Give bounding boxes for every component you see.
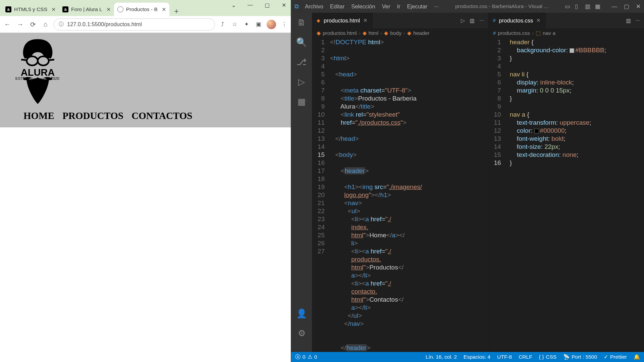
html-file-icon: ◆	[317, 18, 320, 23]
favicon-alura-icon: a	[5, 6, 11, 12]
address-bar[interactable]: ⓘ 127.0.0.1:5500/productos.html	[54, 18, 215, 31]
editor-tab-productos-css[interactable]: # productos.css ✕	[488, 13, 546, 28]
editor-tabs-right: # productos.css ✕ ▥ ···	[488, 13, 644, 28]
menu-ver[interactable]: Ver	[382, 3, 390, 10]
status-encoding[interactable]: UTF-8	[497, 354, 512, 360]
browser-tab-0[interactable]: a HTML5 y CSS ✕	[2, 3, 59, 16]
minimap[interactable]	[469, 38, 488, 352]
minimap[interactable]	[625, 38, 644, 352]
browser-tab-2[interactable]: Productos - B ✕	[114, 3, 169, 16]
tab-title: Productos - B	[126, 6, 158, 12]
settings-gear-icon[interactable]: ⚙	[298, 328, 306, 339]
selector-icon: ⬚	[536, 30, 541, 36]
breadcrumb-left[interactable]: ◆ productos.html ›◆ html ›◆ body ›◆ head…	[312, 28, 488, 38]
html-file-icon: ◆	[317, 30, 321, 36]
extensions-icon[interactable]: ✦	[243, 20, 251, 28]
breadcrumb-right[interactable]: # productos.css ›⬚ nav a	[488, 28, 644, 38]
activity-bar: 🗎 🔍 ⎇ ▷ ▦ 👤 ⚙	[291, 13, 312, 352]
split-editor-icon[interactable]: ▥	[626, 17, 631, 24]
status-notifications-icon[interactable]: 🔔	[634, 354, 640, 360]
tab-close-icon[interactable]: ✕	[536, 17, 541, 23]
run-icon[interactable]: ▷	[461, 17, 465, 24]
close-button[interactable]: ✕	[636, 3, 641, 10]
extensions-icon[interactable]: ▦	[298, 97, 306, 107]
tab-label: productos.html	[324, 17, 360, 24]
browser-window: a HTML5 y CSS ✕ a Foro | Alura L ✕ Produ…	[0, 0, 291, 362]
site-info-icon[interactable]: ⓘ	[59, 21, 64, 27]
editor-tab-productos-html[interactable]: ◆ productos.html ✕	[312, 13, 373, 28]
sidepanel-icon[interactable]: ▣	[255, 20, 263, 28]
source-control-icon[interactable]: ⎇	[297, 57, 307, 67]
maximize-button[interactable]: ▢	[262, 2, 272, 8]
status-errors[interactable]: ⓧ 0 ⚠ 0	[295, 354, 317, 361]
search-icon[interactable]: 🔍	[296, 37, 307, 48]
breadcrumb-item: header	[413, 30, 429, 36]
menu-dots-icon[interactable]: ⋮	[280, 20, 288, 28]
code-editor-css[interactable]: 12345678910111213141516 header { backgro…	[488, 38, 644, 352]
more-actions-icon[interactable]: ···	[479, 17, 484, 23]
home-button[interactable]: ⌂	[41, 20, 50, 29]
line-gutter: 1234567891011121314151617181920212223242…	[312, 38, 330, 352]
status-liveserver[interactable]: 📡 Port : 5500	[563, 354, 597, 360]
menu-archivo[interactable]: Archivo	[305, 3, 323, 10]
breadcrumb-file: productos.html	[323, 30, 357, 36]
tab-close-icon[interactable]: ✕	[162, 6, 166, 13]
new-tab-button[interactable]: ＋	[169, 6, 183, 16]
nav-contactos-link[interactable]: CONTACTOS	[131, 110, 192, 121]
menu-ejecutar[interactable]: Ejecutar	[407, 3, 428, 10]
page-header: ALURA ESTD 2020 HOME PRODUCTOS CONTACTOS	[0, 33, 291, 127]
tab-close-icon[interactable]: ✕	[106, 6, 111, 13]
accounts-icon[interactable]: 👤	[296, 308, 307, 319]
nav-home-link[interactable]: HOME	[23, 110, 54, 121]
split-editor-icon[interactable]: ▥	[470, 17, 475, 24]
browser-tab-1[interactable]: a Foro | Alura L ✕	[59, 3, 114, 16]
code-editor-html[interactable]: 1234567891011121314151617181920212223242…	[312, 38, 488, 352]
layout-icon[interactable]: ▯	[575, 3, 582, 10]
status-spaces[interactable]: Espacios: 4	[464, 354, 490, 360]
back-button[interactable]: ←	[3, 20, 12, 29]
run-debug-icon[interactable]: ▷	[298, 77, 305, 87]
svg-text:ALURA: ALURA	[21, 67, 55, 78]
menu-editar[interactable]: Editar	[330, 3, 344, 10]
profile-avatar[interactable]	[267, 20, 276, 29]
editor-pane-html: ◆ productos.html ✕ ▷ ▥ ··· ◆ productos.h…	[312, 13, 488, 352]
status-prettier[interactable]: ✓ Prettier	[604, 354, 627, 360]
favicon-alura-icon: a	[62, 6, 68, 12]
layout-icon[interactable]: ▥	[585, 3, 592, 10]
address-text: 127.0.0.1:5500/productos.html	[67, 21, 142, 27]
reload-button[interactable]: ⟳	[28, 20, 38, 29]
close-button[interactable]: ✕	[279, 2, 289, 8]
tag-icon: ◆	[407, 30, 411, 36]
menu-ir[interactable]: Ir	[397, 3, 400, 10]
bookmark-icon[interactable]: ☆	[230, 20, 238, 28]
dropdown-icon[interactable]: ⌄	[228, 2, 238, 8]
vscode-window-title: productos.css - BarberiaAlura - Visual .…	[445, 3, 559, 9]
code-content[interactable]: header { background-color: #BBBBBB;} nav…	[506, 38, 625, 352]
minimize-button[interactable]: —	[612, 3, 618, 10]
menu-more[interactable]: ···	[434, 3, 439, 10]
explorer-icon[interactable]: 🗎	[297, 17, 306, 28]
browser-window-controls: ⌄ — ▢ ✕	[228, 2, 289, 8]
code-content[interactable]: <!DOCTYPE html> <html> <head> <meta char…	[330, 38, 469, 352]
status-eol[interactable]: CRLF	[519, 354, 532, 360]
status-language[interactable]: { } CSS	[539, 354, 557, 360]
share-icon[interactable]: ⤴	[218, 20, 226, 28]
layout-icon[interactable]: ▭	[565, 3, 572, 10]
tab-close-icon[interactable]: ✕	[51, 6, 56, 13]
breadcrumb-item: html	[369, 30, 378, 36]
status-cursor[interactable]: Lín. 16, col. 2	[426, 354, 457, 360]
line-gutter: 12345678910111213141516	[488, 38, 506, 352]
menu-seleccion[interactable]: Selección	[351, 3, 375, 10]
css-file-icon: #	[493, 30, 496, 36]
more-actions-icon[interactable]: ···	[636, 17, 640, 23]
vscode-titlebar: ⧉ Archivo Editar Selección Ver Ir Ejecut…	[291, 0, 644, 13]
maximize-button[interactable]: ▢	[624, 3, 629, 10]
vscode-body: 🗎 🔍 ⎇ ▷ ▦ 👤 ⚙ ◆ productos.html ✕	[291, 13, 644, 352]
tab-close-icon[interactable]: ✕	[363, 17, 368, 23]
status-bar: ⓧ 0 ⚠ 0 Lín. 16, col. 2 Espacios: 4 UTF-…	[291, 352, 644, 362]
vscode-window: ⧉ Archivo Editar Selección Ver Ir Ejecut…	[291, 0, 644, 362]
layout-icon[interactable]: ▦	[595, 3, 602, 10]
nav-productos-link[interactable]: PRODUCTOS	[62, 110, 123, 121]
minimize-button[interactable]: —	[245, 2, 255, 8]
forward-button[interactable]: →	[15, 20, 25, 29]
